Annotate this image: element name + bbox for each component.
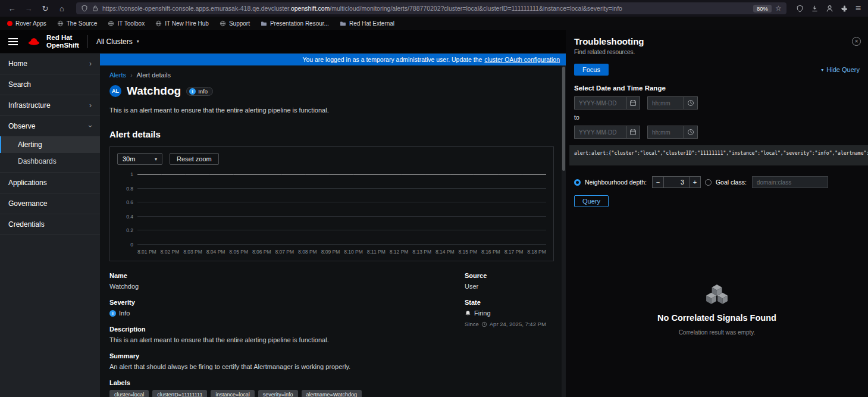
sidebar-item-applications[interactable]: Applications <box>0 173 100 193</box>
url-bar[interactable]: https://console-openshift-console.apps.e… <box>76 2 786 14</box>
x-tick-label: 8:01 PM <box>137 249 156 255</box>
breadcrumb-alerts-link[interactable]: Alerts <box>109 71 126 79</box>
bookmark-the-source[interactable]: The Source <box>57 20 98 27</box>
bookmark-it-toolbox[interactable]: IT Toolbox <box>108 20 145 27</box>
name-value: Watchdog <box>109 283 454 290</box>
sidebar-item-search[interactable]: Search <box>0 74 100 95</box>
forward-icon[interactable]: → <box>21 4 36 13</box>
sidebar-item-observe[interactable]: Observe › <box>0 116 100 136</box>
main-scrollbar[interactable] <box>562 65 566 397</box>
alert-description: This is an alert meant to ensure that th… <box>109 107 554 114</box>
increment-button[interactable]: + <box>689 176 701 188</box>
page-title: Watchdog <box>127 85 181 98</box>
correlation-query-input[interactable]: alert:alert:{"cluster":"local","clusterI… <box>569 145 868 165</box>
back-icon[interactable]: ← <box>5 4 19 13</box>
shield-icon[interactable] <box>81 5 88 12</box>
account-icon[interactable] <box>826 5 833 12</box>
sidebar-item-infrastructure[interactable]: Infrastructure › <box>0 95 100 115</box>
label-chip[interactable]: instance=local <box>211 390 254 397</box>
start-time-input[interactable] <box>647 96 684 110</box>
sidebar-item-dashboards[interactable]: Dashboards <box>0 153 100 170</box>
empty-state-subtitle: Correlation result was empty. <box>574 329 860 336</box>
url-text[interactable]: https://console-openshift-console.apps.e… <box>102 5 750 12</box>
reset-zoom-button[interactable]: Reset zoom <box>170 153 219 165</box>
neighbourhood-depth-radio[interactable] <box>574 179 581 186</box>
info-icon: i <box>189 88 196 95</box>
focus-button[interactable]: Focus <box>574 64 609 76</box>
clock-icon[interactable] <box>684 96 698 110</box>
section-title: Alert details <box>109 129 554 139</box>
rover-icon <box>7 21 12 26</box>
end-time-input[interactable] <box>647 126 684 139</box>
y-tick-label: 1 <box>130 171 133 177</box>
bookmark-rover-apps[interactable]: Rover Apps <box>7 20 46 27</box>
label-chip[interactable]: alertname=Watchdog <box>302 390 362 397</box>
query-button[interactable]: Query <box>574 195 609 207</box>
datetime-range-title: Select Date and Time Range <box>574 85 860 92</box>
bookmark-folder-redhat-external[interactable]: Red Hat External <box>340 20 394 27</box>
x-tick-label: 8:08 PM <box>298 249 317 255</box>
labels-label: Labels <box>109 379 454 386</box>
globe-icon <box>220 20 226 27</box>
cluster-selector-dropdown[interactable]: All Clusters ▾ <box>96 37 139 46</box>
goal-class-input[interactable] <box>752 176 828 188</box>
y-tick-label: 0.4 <box>126 214 133 220</box>
y-tick-label: 0.8 <box>126 186 133 192</box>
browser-toolbar: ← → ↻ ⌂ https://console-openshift-consol… <box>0 0 868 17</box>
time-range-select[interactable]: 30m ▾ <box>117 153 162 165</box>
redhat-openshift-logo[interactable]: Red HatOpenShift <box>26 34 79 49</box>
calendar-icon[interactable] <box>626 96 640 110</box>
bookmark-support[interactable]: Support <box>220 20 250 27</box>
browser-menu-icon[interactable]: ≡ <box>856 3 861 14</box>
sidebar-item-alerting[interactable]: Alerting <box>0 136 100 153</box>
home-icon[interactable]: ⌂ <box>55 4 69 13</box>
source-value: User <box>465 283 554 290</box>
description-value: This is an alert meant to ensure that th… <box>109 336 454 343</box>
x-tick-label: 8:14 PM <box>435 249 455 255</box>
globe-icon <box>155 20 162 27</box>
depth-stepper: − + <box>652 176 701 188</box>
x-tick-label: 8:04 PM <box>206 249 225 255</box>
sidebar-item-home[interactable]: Home › <box>0 54 100 74</box>
hide-query-toggle[interactable]: ▾ Hide Query <box>821 66 860 73</box>
clock-icon <box>481 321 487 327</box>
sidebar-item-credentials[interactable]: Credentials <box>0 214 100 235</box>
downloads-icon[interactable] <box>811 5 819 12</box>
end-date-input[interactable] <box>574 126 626 139</box>
label-chip[interactable]: cluster=local <box>109 390 149 397</box>
depth-value-input[interactable] <box>664 176 689 188</box>
bookmark-star-icon[interactable]: ☆ <box>775 4 782 12</box>
zoom-level-badge[interactable]: 80% <box>753 5 772 12</box>
chart-y-axis: 00.20.40.60.81 <box>117 174 137 245</box>
reload-icon[interactable]: ↻ <box>38 4 52 13</box>
x-tick-label: 8:07 PM <box>275 249 294 255</box>
lock-icon[interactable] <box>92 5 99 12</box>
scrollbar-thumb[interactable] <box>562 67 565 171</box>
nav-toggle-icon[interactable] <box>8 38 18 45</box>
label-chip[interactable]: clusterID=11111111 <box>152 390 207 397</box>
bookmark-it-new-hire-hub[interactable]: IT New Hire Hub <box>155 20 209 27</box>
y-tick-label: 0.2 <box>126 227 133 233</box>
empty-state-title: No Correlated Signals Found <box>574 313 860 323</box>
start-date-input[interactable] <box>574 96 626 110</box>
goal-class-radio[interactable] <box>705 179 712 186</box>
severity-label: Severity <box>109 299 454 306</box>
oauth-configuration-link[interactable]: cluster OAuth configuration <box>484 56 560 63</box>
x-tick-label: 8:05 PM <box>229 249 248 255</box>
login-banner: You are logged in as a temporary adminis… <box>100 54 566 65</box>
alert-chart: 00.20.40.60.81 <box>117 174 546 245</box>
extensions-puzzle-icon[interactable] <box>841 5 848 12</box>
label-chip[interactable]: severity=info <box>258 390 298 397</box>
close-icon[interactable]: ✕ <box>852 37 861 46</box>
panel-subtitle: Find related resources. <box>574 49 860 55</box>
chevron-down-icon: ▾ <box>137 39 139 44</box>
bookmark-folder-presentation[interactable]: Presentation Resour... <box>261 20 329 27</box>
chart-x-axis: 8:01 PM8:02 PM8:03 PM8:04 PM8:05 PM8:06 … <box>137 245 546 257</box>
calendar-icon[interactable] <box>626 126 640 139</box>
decrement-button[interactable]: − <box>652 176 664 188</box>
sidebar-item-governance[interactable]: Governance <box>0 193 100 214</box>
chart-plot[interactable] <box>137 174 546 245</box>
protections-shield-icon[interactable] <box>796 5 804 12</box>
clock-icon[interactable] <box>684 126 698 139</box>
x-tick-label: 8:18 PM <box>527 249 546 255</box>
